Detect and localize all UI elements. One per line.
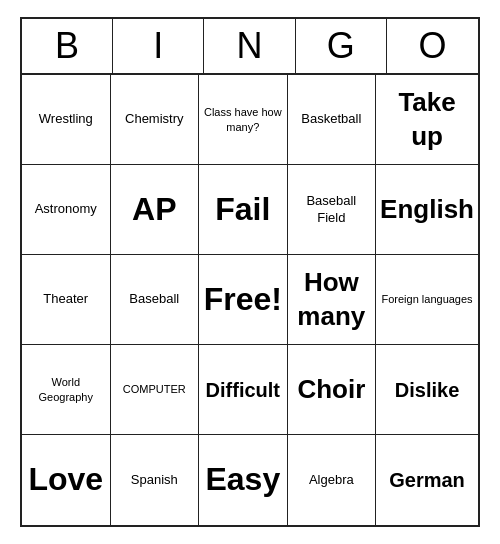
cell-r4-c4: German: [376, 435, 478, 525]
cell-r2-c3: How many: [288, 255, 377, 345]
header-letter-B: B: [22, 19, 113, 73]
cell-text-r3-c0: World Geography: [26, 375, 106, 404]
cell-r0-c3: Basketball: [288, 75, 377, 165]
bingo-card: BINGO WrestlingChemistryClass have how m…: [20, 17, 480, 527]
cell-text-r3-c2: Difficult: [206, 377, 280, 403]
cell-r1-c0: Astronomy: [22, 165, 111, 255]
header-letter-G: G: [296, 19, 387, 73]
cell-text-r4-c4: German: [389, 467, 465, 493]
cell-r3-c0: World Geography: [22, 345, 111, 435]
cell-text-r4-c3: Algebra: [309, 472, 354, 489]
header-letter-N: N: [204, 19, 295, 73]
cell-r2-c4: Foreign languages: [376, 255, 478, 345]
cell-r1-c2: Fail: [199, 165, 288, 255]
cell-text-r0-c4: Take up: [380, 86, 474, 154]
cell-r4-c0: Love: [22, 435, 111, 525]
cell-r3-c1: COMPUTER: [111, 345, 200, 435]
cell-text-r4-c2: Easy: [205, 459, 280, 501]
cell-r1-c1: AP: [111, 165, 200, 255]
cell-r2-c0: Theater: [22, 255, 111, 345]
header-letter-O: O: [387, 19, 478, 73]
cell-r2-c1: Baseball: [111, 255, 200, 345]
cell-r1-c3: Baseball Field: [288, 165, 377, 255]
cell-text-r4-c0: Love: [28, 459, 103, 501]
cell-r0-c2: Class have how many?: [199, 75, 288, 165]
cell-text-r1-c4: English: [380, 193, 474, 227]
cell-r2-c2: Free!: [199, 255, 288, 345]
cell-r3-c4: Dislike: [376, 345, 478, 435]
cell-text-r2-c1: Baseball: [129, 291, 179, 308]
cell-r3-c3: Choir: [288, 345, 377, 435]
header-letter-I: I: [113, 19, 204, 73]
cell-r4-c1: Spanish: [111, 435, 200, 525]
cell-text-r1-c1: AP: [132, 189, 176, 231]
cell-r4-c2: Easy: [199, 435, 288, 525]
cell-r4-c3: Algebra: [288, 435, 377, 525]
cell-r3-c2: Difficult: [199, 345, 288, 435]
cell-r1-c4: English: [376, 165, 478, 255]
cell-text-r3-c3: Choir: [297, 373, 365, 407]
cell-text-r0-c3: Basketball: [301, 111, 361, 128]
cell-r0-c0: Wrestling: [22, 75, 111, 165]
bingo-header: BINGO: [22, 19, 478, 75]
cell-text-r0-c1: Chemistry: [125, 111, 184, 128]
cell-text-r2-c4: Foreign languages: [381, 292, 472, 306]
cell-text-r1-c3: Baseball Field: [292, 193, 372, 227]
cell-text-r0-c2: Class have how many?: [203, 105, 283, 134]
cell-text-r1-c0: Astronomy: [35, 201, 97, 218]
bingo-grid: WrestlingChemistryClass have how many?Ba…: [22, 75, 478, 525]
cell-text-r2-c3: How many: [292, 266, 372, 334]
cell-text-r2-c2: Free!: [204, 279, 282, 321]
cell-text-r3-c4: Dislike: [395, 377, 459, 403]
cell-text-r3-c1: COMPUTER: [123, 382, 186, 396]
cell-text-r2-c0: Theater: [43, 291, 88, 308]
cell-text-r1-c2: Fail: [215, 189, 270, 231]
cell-r0-c4: Take up: [376, 75, 478, 165]
cell-text-r4-c1: Spanish: [131, 472, 178, 489]
cell-r0-c1: Chemistry: [111, 75, 200, 165]
cell-text-r0-c0: Wrestling: [39, 111, 93, 128]
